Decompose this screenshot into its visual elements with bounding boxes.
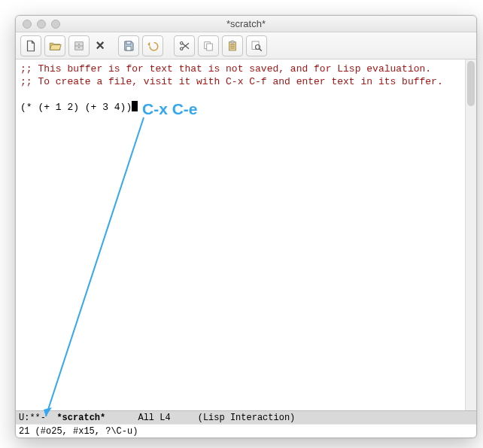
- minimize-dot[interactable]: [37, 20, 46, 29]
- close-dot[interactable]: [23, 20, 32, 29]
- copy-icon: [202, 39, 215, 53]
- text-cursor: [132, 101, 138, 111]
- save-button[interactable]: [118, 35, 139, 56]
- folder-open-icon: [48, 39, 62, 53]
- modeline-mode: (Lisp Interaction): [198, 413, 296, 423]
- search-icon: [250, 39, 263, 53]
- modeline-position: All: [138, 413, 154, 423]
- svg-rect-9: [207, 44, 213, 50]
- cut-button[interactable]: [174, 35, 195, 56]
- comment-line: ;; This buffer is for text that is not s…: [20, 63, 431, 75]
- modeline-line: L4: [159, 413, 170, 423]
- search-button[interactable]: [246, 35, 267, 56]
- clipboard-icon: [226, 39, 239, 53]
- emacs-window: *scratch* × ;;: [15, 15, 477, 438]
- toolbar: ×: [16, 32, 476, 59]
- code-line: (* (+ 1 2) (+ 3 4)): [20, 102, 132, 113]
- svg-line-17: [260, 48, 262, 50]
- minibuffer-text: 21 (#o25, #x15, ?\C-u): [19, 426, 138, 437]
- vertical-scrollbar[interactable]: [465, 59, 476, 410]
- svg-point-3: [78, 47, 80, 48]
- svg-rect-5: [126, 46, 131, 50]
- text-editor[interactable]: ;; This buffer is for text that is not s…: [16, 59, 465, 410]
- floppy-icon: [122, 39, 135, 53]
- scrollbar-thumb[interactable]: [467, 61, 475, 106]
- modeline[interactable]: U:**- *scratch* All L4 (Lisp Interaction…: [16, 410, 476, 424]
- comment-line: ;; To create a file, visit it with C-x C…: [20, 76, 443, 87]
- copy-button[interactable]: [198, 35, 219, 56]
- modeline-coding: U:: [19, 413, 29, 423]
- new-file-icon: [24, 39, 38, 53]
- drawer-icon: [72, 39, 86, 53]
- window-title: *scratch*: [16, 18, 476, 29]
- undo-icon: [146, 39, 159, 53]
- open-file-button[interactable]: [44, 35, 65, 56]
- svg-rect-4: [126, 41, 131, 44]
- dired-button[interactable]: [68, 35, 90, 56]
- svg-rect-11: [231, 41, 235, 43]
- paste-button[interactable]: [222, 35, 243, 56]
- modeline-buffer: *scratch*: [56, 413, 105, 423]
- minibuffer[interactable]: 21 (#o25, #x15, ?\C-u): [16, 424, 476, 437]
- scissors-icon: [178, 39, 191, 53]
- titlebar: *scratch*: [16, 16, 476, 32]
- modeline-modified: **-: [29, 413, 46, 423]
- kill-buffer-button[interactable]: ×: [93, 35, 108, 56]
- zoom-dot[interactable]: [51, 20, 60, 29]
- new-file-button[interactable]: [20, 35, 41, 56]
- traffic-lights: [16, 20, 60, 29]
- svg-point-2: [78, 44, 80, 45]
- editor-area: ;; This buffer is for text that is not s…: [16, 59, 476, 410]
- undo-button[interactable]: [142, 35, 163, 56]
